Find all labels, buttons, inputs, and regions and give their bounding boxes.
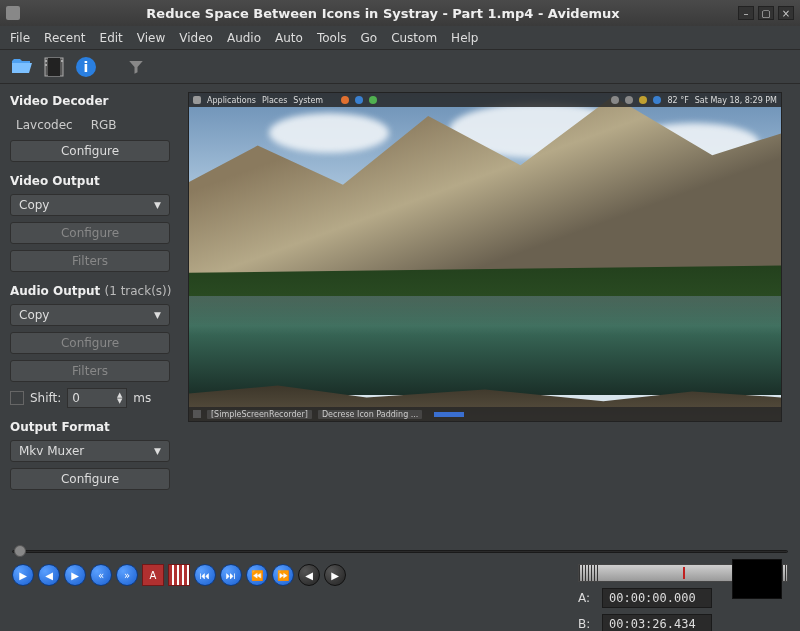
bottom-bar: ▶ ◀ ▶ « » A ⏮ ⏭ ⏪ ⏩ ◀ ▶ A: 00:00:00.000 … bbox=[0, 558, 800, 631]
jog-center-mark bbox=[683, 567, 685, 579]
audio-output-filters-button[interactable]: Filters bbox=[10, 360, 170, 382]
audio-output-value: Copy bbox=[19, 308, 49, 322]
seek-slider[interactable] bbox=[12, 544, 788, 558]
chevron-down-icon: ▼ bbox=[154, 446, 161, 456]
video-output-select[interactable]: Copy ▼ bbox=[10, 194, 170, 216]
info-button[interactable]: i bbox=[74, 55, 98, 79]
menu-help[interactable]: Help bbox=[451, 31, 478, 45]
goto-start-button[interactable]: ⏮ bbox=[194, 564, 216, 586]
svg-rect-4 bbox=[61, 60, 63, 62]
taskbar-item: Decrese Icon Padding ... bbox=[318, 410, 422, 419]
close-button[interactable]: × bbox=[778, 6, 794, 20]
marker-b-timecode[interactable]: 00:03:26.434 bbox=[602, 614, 712, 631]
shift-checkbox[interactable] bbox=[10, 391, 24, 405]
output-format-select[interactable]: Mkv Muxer ▼ bbox=[10, 440, 170, 462]
firefox-icon bbox=[341, 96, 349, 104]
chevron-down-icon: ▼ bbox=[154, 310, 161, 320]
svg-rect-1 bbox=[48, 58, 60, 76]
tray-icon bbox=[625, 96, 633, 104]
minimize-button[interactable]: – bbox=[738, 6, 754, 20]
shift-label: Shift: bbox=[30, 391, 61, 405]
next-black-frame-button[interactable]: ▶ bbox=[324, 564, 346, 586]
output-format-configure-button[interactable]: Configure bbox=[10, 468, 170, 490]
play-button[interactable]: ▶ bbox=[12, 564, 34, 586]
audio-track-count: (1 track(s)) bbox=[105, 284, 172, 298]
menu-recent[interactable]: Recent bbox=[44, 31, 85, 45]
tray-icon bbox=[653, 96, 661, 104]
panel-weather: 82 °F bbox=[667, 96, 688, 105]
video-output-heading: Video Output bbox=[10, 174, 178, 188]
audio-output-select[interactable]: Copy ▼ bbox=[10, 304, 170, 326]
goto-end-button[interactable]: ⏭ bbox=[220, 564, 242, 586]
set-marker-b-button[interactable] bbox=[168, 564, 190, 586]
main-area: Video Decoder Lavcodec RGB Configure Vid… bbox=[0, 84, 800, 536]
audio-output-heading: Audio Output (1 track(s)) bbox=[10, 284, 178, 298]
save-button[interactable] bbox=[42, 55, 66, 79]
decoder-info: Lavcodec RGB bbox=[10, 114, 178, 134]
prev-keyframe-button[interactable]: « bbox=[90, 564, 112, 586]
video-output-value: Copy bbox=[19, 198, 49, 212]
preview-cloud bbox=[269, 113, 389, 153]
folder-open-icon bbox=[10, 55, 34, 79]
video-preview[interactable]: Applications Places System 82 °F Sat May… bbox=[188, 92, 782, 422]
decoder-configure-button[interactable]: Configure bbox=[10, 140, 170, 162]
maximize-button[interactable]: ▢ bbox=[758, 6, 774, 20]
preview-lake bbox=[189, 296, 781, 394]
window-controls: – ▢ × bbox=[738, 6, 794, 20]
toolbar: i bbox=[0, 50, 800, 84]
menu-file[interactable]: File bbox=[10, 31, 30, 45]
video-output-configure-button[interactable]: Configure bbox=[10, 222, 170, 244]
show-desktop-icon bbox=[193, 410, 201, 418]
audio-shift-row: Shift: 0 ▲▼ ms bbox=[10, 388, 178, 408]
funnel-icon bbox=[127, 58, 145, 76]
titlebar: Reduce Space Between Icons in Systray - … bbox=[0, 0, 800, 26]
output-format-value: Mkv Muxer bbox=[19, 444, 84, 458]
calculator-button[interactable] bbox=[124, 55, 148, 79]
shift-spinner[interactable]: 0 ▲▼ bbox=[67, 388, 127, 408]
transport-controls: ▶ ◀ ▶ « » A ⏮ ⏭ ⏪ ⏩ ◀ ▶ bbox=[12, 564, 346, 586]
timeline-area bbox=[0, 536, 800, 558]
panel-places: Places bbox=[262, 96, 287, 105]
prev-frame-button[interactable]: ◀ bbox=[38, 564, 60, 586]
marker-a-label: A: bbox=[578, 591, 594, 605]
svg-rect-2 bbox=[45, 60, 47, 62]
goto-marker-b-button[interactable]: ⏩ bbox=[272, 564, 294, 586]
desktop-bottom-panel: [SimpleScreenRecorder] Decrese Icon Padd… bbox=[189, 407, 781, 421]
next-frame-button[interactable]: ▶ bbox=[64, 564, 86, 586]
menu-custom[interactable]: Custom bbox=[391, 31, 437, 45]
open-file-button[interactable] bbox=[10, 55, 34, 79]
chevron-down-icon: ▼ bbox=[154, 200, 161, 210]
menu-edit[interactable]: Edit bbox=[100, 31, 123, 45]
app-icon bbox=[369, 96, 377, 104]
video-output-filters-button[interactable]: Filters bbox=[10, 250, 170, 272]
menu-auto[interactable]: Auto bbox=[275, 31, 303, 45]
set-marker-a-button[interactable]: A bbox=[142, 564, 164, 586]
gnome-foot-icon bbox=[193, 96, 201, 104]
globe-icon bbox=[355, 96, 363, 104]
preview-area: Applications Places System 82 °F Sat May… bbox=[188, 84, 800, 536]
seek-thumb[interactable] bbox=[14, 545, 26, 557]
desktop-top-panel: Applications Places System 82 °F Sat May… bbox=[189, 93, 781, 107]
menu-go[interactable]: Go bbox=[360, 31, 377, 45]
menu-view[interactable]: View bbox=[137, 31, 165, 45]
menu-tools[interactable]: Tools bbox=[317, 31, 347, 45]
seek-track bbox=[12, 550, 788, 553]
next-keyframe-button[interactable]: » bbox=[116, 564, 138, 586]
goto-marker-a-button[interactable]: ⏪ bbox=[246, 564, 268, 586]
marker-b-label: B: bbox=[578, 617, 594, 631]
menu-video[interactable]: Video bbox=[179, 31, 213, 45]
taskbar-item: [SimpleScreenRecorder] bbox=[207, 410, 312, 419]
shift-unit: ms bbox=[133, 391, 151, 405]
prev-black-frame-button[interactable]: ◀ bbox=[298, 564, 320, 586]
svg-text:i: i bbox=[84, 59, 89, 75]
app-icon bbox=[6, 6, 20, 20]
marker-a-timecode[interactable]: 00:00:00.000 bbox=[602, 588, 712, 608]
menu-audio[interactable]: Audio bbox=[227, 31, 261, 45]
video-decoder-heading: Video Decoder bbox=[10, 94, 178, 108]
menubar: File Recent Edit View Video Audio Auto T… bbox=[0, 26, 800, 50]
spinner-arrows-icon[interactable]: ▲▼ bbox=[117, 392, 122, 404]
tray-icon bbox=[611, 96, 619, 104]
audio-output-configure-button[interactable]: Configure bbox=[10, 332, 170, 354]
info-icon: i bbox=[74, 55, 98, 79]
decoder-codec: Lavcodec bbox=[16, 118, 73, 132]
